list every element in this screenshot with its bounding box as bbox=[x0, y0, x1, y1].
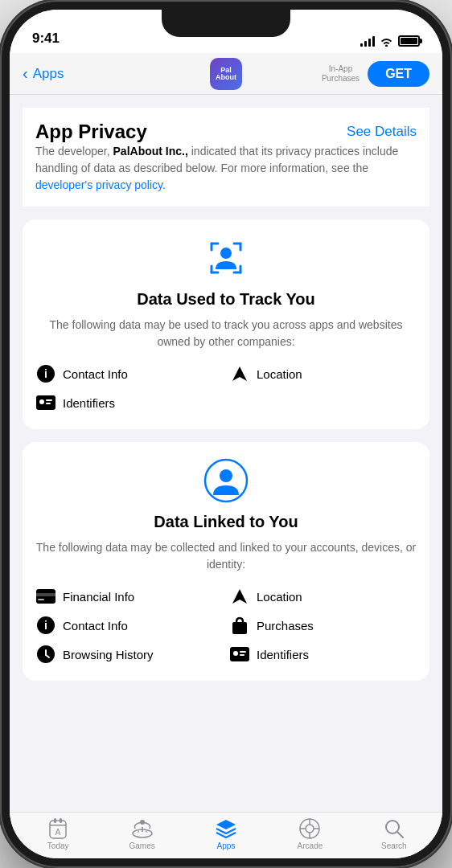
description-intro: The developer, bbox=[35, 145, 113, 158]
svg-rect-26 bbox=[60, 818, 62, 823]
linked-card-desc: The following data may be collected and … bbox=[35, 539, 417, 573]
tracking-identifiers-item: Identifiers bbox=[35, 392, 223, 413]
tab-today[interactable]: A Today bbox=[16, 817, 100, 850]
tracking-location-label: Location bbox=[257, 367, 302, 381]
svg-rect-16 bbox=[232, 622, 247, 634]
tracking-icon-container bbox=[35, 235, 417, 280]
privacy-policy-link[interactable]: developer's privacy policy. bbox=[35, 178, 166, 191]
svg-marker-3 bbox=[232, 366, 247, 381]
see-details-link[interactable]: See Details bbox=[347, 124, 417, 140]
nav-right: In-AppPurchases GET bbox=[294, 61, 429, 87]
linked-contact-label: Contact Info bbox=[63, 619, 128, 633]
info-circle-icon: i bbox=[35, 363, 56, 384]
developer-name: PalAbout Inc., bbox=[113, 145, 188, 158]
tab-arcade-label: Arcade bbox=[298, 841, 323, 850]
linked-card: Data Linked to You The following data ma… bbox=[23, 442, 429, 681]
arcade-icon bbox=[298, 817, 321, 840]
signal-icon bbox=[360, 35, 375, 47]
id-card-icon bbox=[35, 392, 56, 413]
svg-point-5 bbox=[39, 399, 44, 404]
linked-items-grid: Financial Info Location bbox=[35, 586, 417, 665]
tab-today-label: Today bbox=[47, 841, 69, 850]
id-card2-icon bbox=[229, 644, 250, 665]
linked-identifiers-item: Identifiers bbox=[229, 644, 417, 665]
svg-rect-23 bbox=[240, 654, 244, 656]
phone-frame: 9:41 ‹ Apps bbox=[0, 0, 452, 868]
svg-text:A: A bbox=[55, 828, 61, 837]
svg-text:i: i bbox=[44, 619, 47, 632]
apps-icon bbox=[215, 817, 237, 840]
back-chevron-icon: ‹ bbox=[23, 64, 28, 83]
phone-screen: 9:41 ‹ Apps bbox=[10, 10, 442, 858]
back-label: Apps bbox=[33, 66, 64, 82]
tracking-items-grid: i Contact Info Location bbox=[35, 363, 417, 413]
battery-icon bbox=[398, 35, 420, 47]
info-circle2-icon: i bbox=[35, 615, 56, 636]
linked-contact-item: i Contact Info bbox=[35, 615, 223, 636]
tab-games-label: Games bbox=[129, 841, 154, 850]
content-area: App Privacy See Details The developer, P… bbox=[10, 95, 442, 812]
svg-marker-13 bbox=[232, 589, 247, 604]
notch bbox=[162, 10, 290, 37]
linked-browsing-label: Browsing History bbox=[63, 648, 154, 661]
linked-purchases-item: Purchases bbox=[229, 615, 417, 636]
tracking-card-title: Data Used to Track You bbox=[35, 290, 417, 309]
svg-point-9 bbox=[220, 469, 232, 482]
privacy-description: The developer, PalAbout Inc., indicated … bbox=[23, 143, 429, 207]
tracking-location-item: Location bbox=[229, 363, 417, 384]
linked-person-icon bbox=[203, 458, 249, 503]
svg-rect-6 bbox=[46, 399, 52, 401]
status-time: 9:41 bbox=[32, 31, 60, 47]
tab-games[interactable]: Games bbox=[100, 817, 183, 850]
tracking-contact-info-item: i Contact Info bbox=[35, 363, 223, 384]
games-icon bbox=[131, 817, 154, 840]
app-name-line2: About bbox=[216, 74, 236, 81]
svg-point-21 bbox=[233, 651, 238, 656]
svg-point-0 bbox=[220, 248, 232, 259]
location-arrow2-icon bbox=[229, 586, 250, 607]
back-button[interactable]: ‹ Apps bbox=[23, 64, 158, 83]
tracking-icon bbox=[203, 235, 249, 280]
status-icons bbox=[360, 35, 420, 47]
nav-center: Pal About bbox=[158, 58, 294, 90]
linked-identifiers-label: Identifiers bbox=[257, 648, 309, 661]
tab-search[interactable]: Search bbox=[352, 817, 436, 850]
linked-location-label: Location bbox=[257, 590, 302, 604]
linked-icon-container bbox=[35, 458, 417, 503]
linked-purchases-label: Purchases bbox=[257, 619, 314, 633]
tracking-card: Data Used to Track You The following dat… bbox=[23, 219, 429, 429]
svg-point-33 bbox=[306, 825, 314, 833]
wifi-icon bbox=[380, 36, 393, 47]
shopping-bag-icon bbox=[229, 615, 250, 636]
tab-bar: A Today Gam bbox=[10, 812, 442, 858]
tab-arcade[interactable]: Arcade bbox=[268, 817, 351, 850]
in-app-label: In-AppPurchases bbox=[322, 64, 360, 84]
linked-financial-label: Financial Info bbox=[63, 590, 134, 604]
tracking-contact-info-label: Contact Info bbox=[63, 367, 128, 381]
status-bar: 9:41 bbox=[10, 10, 442, 53]
svg-point-30 bbox=[140, 820, 145, 825]
svg-rect-4 bbox=[36, 395, 55, 410]
tab-search-label: Search bbox=[381, 841, 407, 850]
navigation-bar: ‹ Apps Pal About In-AppPurchases GET bbox=[10, 53, 442, 95]
svg-rect-27 bbox=[50, 825, 66, 826]
tab-apps-label: Apps bbox=[217, 841, 236, 850]
tab-apps[interactable]: Apps bbox=[184, 817, 268, 850]
svg-rect-11 bbox=[36, 593, 55, 596]
privacy-title: App Privacy bbox=[35, 121, 147, 143]
linked-financial-item: Financial Info bbox=[35, 586, 223, 607]
today-icon: A bbox=[47, 817, 69, 840]
svg-rect-22 bbox=[240, 651, 246, 653]
get-button[interactable]: GET bbox=[368, 61, 429, 87]
svg-rect-7 bbox=[46, 403, 51, 404]
linked-location-item: Location bbox=[229, 586, 417, 607]
credit-card-icon bbox=[35, 586, 56, 607]
svg-rect-20 bbox=[230, 647, 249, 661]
svg-text:i: i bbox=[44, 367, 47, 380]
search-tab-icon bbox=[383, 817, 405, 840]
privacy-header-section: App Privacy See Details bbox=[23, 108, 429, 143]
svg-line-39 bbox=[397, 832, 403, 837]
linked-card-title: Data Linked to You bbox=[35, 513, 417, 531]
tracking-identifiers-label: Identifiers bbox=[63, 396, 115, 410]
tracking-card-desc: The following data may be used to track … bbox=[35, 317, 417, 350]
